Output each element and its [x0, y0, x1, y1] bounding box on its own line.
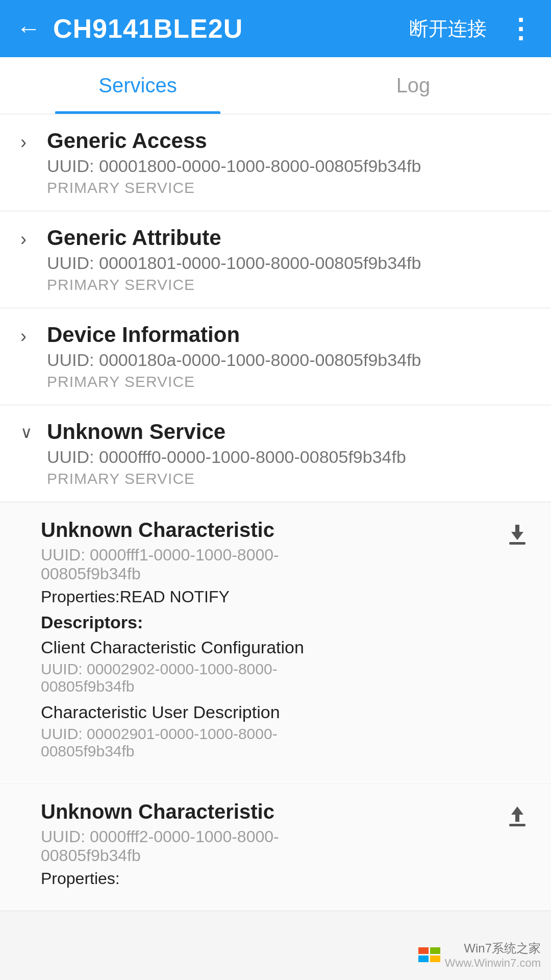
- chevron-down-icon: ∨: [20, 423, 37, 442]
- service-name: Generic Attribute: [47, 226, 531, 250]
- char-action-download[interactable]: [490, 519, 531, 554]
- service-uuid: UUID: 00001801-0000-1000-8000-00805f9b34…: [47, 253, 531, 273]
- descriptor-uuid-1: UUID: 00002902-0000-1000-8000-00805f9b34…: [41, 660, 490, 695]
- characteristic-item-1: Unknown Characteristic UUID: 0000fff1-00…: [0, 502, 551, 784]
- service-info-generic-attribute: Generic Attribute UUID: 00001801-0000-10…: [47, 226, 531, 293]
- service-list: › Generic Access UUID: 00001800-0000-100…: [0, 114, 551, 911]
- char-name-1: Unknown Characteristic: [41, 519, 490, 542]
- char-info-2: Unknown Characteristic UUID: 0000fff2-00…: [41, 800, 490, 894]
- back-button[interactable]: ←: [16, 16, 41, 41]
- service-item-generic-access[interactable]: › Generic Access UUID: 00001800-0000-100…: [0, 114, 551, 211]
- svg-rect-4: [418, 947, 429, 954]
- tab-log[interactable]: Log: [276, 57, 551, 114]
- tab-services[interactable]: Services: [0, 57, 276, 114]
- download-icon[interactable]: [504, 522, 531, 554]
- tab-services-label: Services: [98, 74, 177, 97]
- watermark-line2: Www.Winwin7.com: [445, 957, 541, 970]
- watermark-flag-icon: [418, 947, 441, 963]
- service-name: Generic Access: [47, 129, 531, 153]
- service-type: PRIMARY SERVICE: [47, 276, 531, 293]
- menu-button[interactable]: ⋮: [507, 13, 535, 44]
- service-name: Device Information: [47, 323, 531, 347]
- chevron-right-icon: ›: [20, 326, 37, 347]
- char-action-upload[interactable]: [490, 800, 531, 836]
- svg-rect-7: [430, 955, 440, 962]
- service-info-device-information: Device Information UUID: 0000180a-0000-1…: [47, 323, 531, 390]
- chevron-right-icon: ›: [20, 132, 37, 153]
- svg-rect-6: [418, 955, 429, 962]
- service-type: PRIMARY SERVICE: [47, 373, 531, 390]
- expanded-characteristics: Unknown Characteristic UUID: 0000fff1-00…: [0, 502, 551, 911]
- char-properties-2: Properties:: [41, 869, 490, 888]
- device-title: CH9141BLE2U: [53, 13, 409, 44]
- service-item-unknown-service[interactable]: ∨ Unknown Service UUID: 0000fff0-0000-10…: [0, 405, 551, 502]
- tab-bar: Services Log: [0, 57, 551, 114]
- descriptor-name-2: Characteristic User Description: [41, 702, 490, 722]
- descriptor-name-1: Client Characteristic Configuration: [41, 638, 490, 657]
- properties-label-2: Properties:: [41, 869, 120, 888]
- svg-rect-2: [509, 824, 525, 826]
- char-info-1: Unknown Characteristic UUID: 0000fff1-00…: [41, 519, 490, 767]
- service-item-generic-attribute[interactable]: › Generic Attribute UUID: 00001801-0000-…: [0, 211, 551, 308]
- svg-marker-1: [511, 525, 523, 540]
- service-info-generic-access: Generic Access UUID: 00001800-0000-1000-…: [47, 129, 531, 197]
- service-info-unknown-service: Unknown Service UUID: 0000fff0-0000-1000…: [47, 420, 531, 487]
- watermark-text: Win7系统之家 Www.Winwin7.com: [445, 940, 541, 970]
- service-type: PRIMARY SERVICE: [47, 179, 531, 197]
- svg-rect-0: [509, 542, 525, 545]
- svg-marker-3: [511, 806, 523, 822]
- top-bar: ← CH9141BLE2U 断开连接 ⋮: [0, 0, 551, 57]
- descriptors-label: Descriptors:: [41, 612, 490, 632]
- chevron-right-icon: ›: [20, 229, 37, 250]
- service-type: PRIMARY SERVICE: [47, 470, 531, 487]
- service-uuid: UUID: 0000fff0-0000-1000-8000-00805f9b34…: [47, 447, 531, 467]
- watermark: Win7系统之家 Www.Winwin7.com: [418, 940, 541, 970]
- upload-icon[interactable]: [504, 803, 531, 836]
- char-name-2: Unknown Characteristic: [41, 800, 490, 823]
- char-uuid-2: UUID: 0000fff2-0000-1000-8000-00805f9b34…: [41, 827, 490, 865]
- properties-label: Properties:: [41, 587, 120, 606]
- descriptor-uuid-2: UUID: 00002901-0000-1000-8000-00805f9b34…: [41, 725, 490, 760]
- service-uuid: UUID: 0000180a-0000-1000-8000-00805f9b34…: [47, 350, 531, 370]
- char-properties-1: Properties:READ NOTIFY: [41, 587, 490, 606]
- characteristic-item-2: Unknown Characteristic UUID: 0000fff2-00…: [0, 784, 551, 911]
- properties-value: READ NOTIFY: [120, 587, 230, 606]
- tab-log-label: Log: [396, 74, 431, 97]
- service-uuid: UUID: 00001800-0000-1000-8000-00805f9b34…: [47, 156, 531, 176]
- service-name: Unknown Service: [47, 420, 531, 444]
- svg-rect-5: [430, 947, 440, 954]
- disconnect-button[interactable]: 断开连接: [409, 16, 487, 42]
- service-item-device-information[interactable]: › Device Information UUID: 0000180a-0000…: [0, 308, 551, 405]
- watermark-line1: Win7系统之家: [445, 940, 541, 957]
- char-uuid-1: UUID: 0000fff1-0000-1000-8000-00805f9b34…: [41, 546, 490, 583]
